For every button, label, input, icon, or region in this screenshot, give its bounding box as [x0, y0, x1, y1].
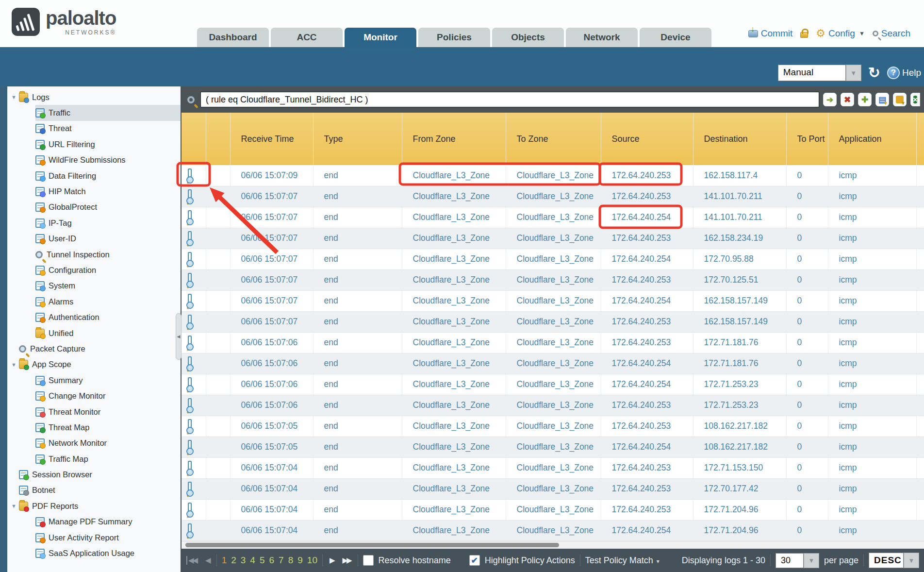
application-cell[interactable]: icmp — [828, 332, 916, 353]
log-detail-icon[interactable] — [188, 482, 192, 495]
sidebar-item-user-id[interactable]: User-ID — [35, 231, 181, 247]
receive-time-cell[interactable]: 06/06 15:07:06 — [230, 374, 313, 395]
tab-device[interactable]: Device — [640, 28, 711, 47]
column-header-type[interactable]: Type — [313, 113, 402, 165]
log-detail-icon[interactable] — [188, 440, 192, 454]
log-detail-icon[interactable] — [188, 210, 192, 224]
application-cell[interactable]: icmp — [828, 499, 916, 520]
receive-time-cell[interactable]: 06/06 15:07:04 — [230, 478, 313, 499]
tab-objects[interactable]: Objects — [492, 28, 564, 47]
sidebar-item-wildfire-submissions[interactable]: WildFire Submissions — [35, 152, 181, 168]
tab-dashboard[interactable]: Dashboard — [197, 28, 269, 47]
from-zone-cell[interactable]: Cloudflare_L3_Zone — [402, 165, 506, 186]
log-detail-icon[interactable] — [188, 315, 192, 328]
to-port-cell[interactable]: 0 — [786, 311, 828, 332]
source-cell[interactable]: 172.64.240.253 — [601, 395, 693, 416]
to-zone-cell[interactable]: Cloudflare_L3_Zone — [506, 416, 601, 437]
destination-cell[interactable]: 172.71.153.150 — [693, 457, 786, 478]
action-cell[interactable]: a — [916, 457, 924, 478]
destination-cell[interactable]: 172.70.177.42 — [693, 478, 786, 499]
sidebar-item-globalprotect[interactable]: GlobalProtect — [35, 200, 181, 215]
application-cell[interactable]: icmp — [828, 416, 916, 437]
receive-time-cell[interactable]: 06/06 15:07:04 — [230, 520, 313, 541]
to-zone-cell[interactable]: Cloudflare_L3_Zone — [506, 249, 601, 269]
type-cell[interactable]: end — [313, 478, 402, 499]
type-cell[interactable]: end — [313, 269, 402, 290]
to-zone-cell[interactable]: Cloudflare_L3_Zone — [506, 374, 601, 395]
to-port-cell[interactable]: 0 — [786, 269, 828, 290]
from-zone-cell[interactable]: Cloudflare_L3_Zone — [402, 416, 506, 437]
highlight-policy-actions-checkbox[interactable]: ✔ — [469, 555, 480, 566]
to-port-cell[interactable]: 0 — [786, 499, 828, 520]
receive-time-cell[interactable]: 06/06 15:07:06 — [230, 395, 313, 416]
to-zone-cell[interactable]: Cloudflare_L3_Zone — [506, 478, 601, 499]
search-button[interactable]: Search — [873, 28, 910, 39]
sidebar-item-user-activity-report[interactable]: User Activity Report — [35, 530, 181, 545]
source-cell[interactable]: 172.64.240.254 — [601, 353, 693, 374]
destination-cell[interactable]: 141.101.70.211 — [693, 186, 786, 207]
from-zone-cell[interactable]: Cloudflare_L3_Zone — [402, 353, 506, 374]
sidebar-item-alarms[interactable]: Alarms — [35, 294, 181, 309]
tab-monitor[interactable]: Monitor — [345, 28, 416, 47]
application-cell[interactable]: icmp — [828, 269, 916, 290]
log-row[interactable]: 06/06 15:07:04endCloudflare_L3_ZoneCloud… — [182, 520, 924, 541]
log-row[interactable]: 06/06 15:07:07endCloudflare_L3_ZoneCloud… — [182, 228, 924, 249]
destination-cell[interactable]: 162.158.157.149 — [693, 290, 786, 311]
to-port-cell[interactable]: 0 — [786, 332, 828, 353]
to-zone-cell[interactable]: Cloudflare_L3_Zone — [506, 353, 601, 374]
receive-time-cell[interactable]: 06/06 15:07:04 — [230, 457, 313, 478]
destination-cell[interactable]: 172.71.204.96 — [693, 520, 786, 541]
sidebar-item-change-monitor[interactable]: Change Monitor — [35, 388, 181, 404]
type-cell[interactable]: end — [313, 374, 402, 395]
log-row[interactable]: 06/06 15:07:04endCloudflare_L3_ZoneCloud… — [182, 457, 924, 478]
sidebar-item-system[interactable]: System — [35, 278, 181, 294]
receive-time-cell[interactable]: 06/06 15:07:07 — [230, 269, 313, 290]
to-zone-cell[interactable]: Cloudflare_L3_Zone — [506, 269, 601, 290]
from-zone-cell[interactable]: Cloudflare_L3_Zone — [402, 395, 506, 416]
destination-cell[interactable]: 172.71.181.76 — [693, 332, 786, 353]
to-zone-cell[interactable]: Cloudflare_L3_Zone — [506, 395, 601, 416]
log-row[interactable]: 06/06 15:07:07endCloudflare_L3_ZoneCloud… — [182, 290, 924, 311]
blank-cell[interactable] — [206, 457, 230, 478]
from-zone-cell[interactable]: Cloudflare_L3_Zone — [402, 457, 506, 478]
log-row[interactable]: 06/06 15:07:07endCloudflare_L3_ZoneCloud… — [182, 311, 924, 332]
blank-cell[interactable] — [206, 228, 230, 249]
column-header-a[interactable]: A — [916, 113, 924, 165]
blank-cell[interactable] — [206, 186, 230, 207]
destination-cell[interactable]: 162.158.157.149 — [693, 311, 786, 332]
clear-filter-button[interactable]: ✖ — [841, 93, 854, 106]
application-cell[interactable]: icmp — [828, 520, 916, 541]
destination-cell[interactable]: 162.158.234.19 — [693, 228, 786, 249]
destination-cell[interactable]: 172.70.125.51 — [693, 269, 786, 290]
page-number-2[interactable]: 2 — [231, 555, 236, 566]
action-cell[interactable]: a — [916, 332, 924, 353]
log-detail-icon[interactable] — [188, 336, 192, 349]
to-zone-cell[interactable]: Cloudflare_L3_Zone — [506, 207, 601, 228]
to-port-cell[interactable]: 0 — [786, 478, 828, 499]
to-zone-cell[interactable]: Cloudflare_L3_Zone — [506, 228, 601, 249]
type-cell[interactable]: end — [313, 207, 402, 228]
log-row[interactable]: 06/06 15:07:06endCloudflare_L3_ZoneCloud… — [182, 332, 924, 353]
log-row[interactable]: 06/06 15:07:04endCloudflare_L3_ZoneCloud… — [182, 499, 924, 520]
sort-order-select[interactable]: DESC ▼ — [869, 553, 919, 568]
source-cell[interactable]: 172.64.240.254 — [601, 207, 693, 228]
destination-cell[interactable]: 108.162.217.182 — [693, 416, 786, 437]
blank-cell[interactable] — [206, 499, 230, 520]
sidebar-item-traffic[interactable]: Traffic — [35, 105, 181, 120]
application-cell[interactable]: icmp — [828, 374, 916, 395]
column-header-blank[interactable] — [182, 113, 206, 165]
blank-cell[interactable] — [206, 478, 230, 499]
page-number-1[interactable]: 1 — [222, 555, 227, 566]
to-port-cell[interactable]: 0 — [786, 416, 828, 437]
type-cell[interactable]: end — [313, 290, 402, 311]
source-cell[interactable]: 172.64.240.253 — [601, 478, 693, 499]
to-port-cell[interactable]: 0 — [786, 457, 828, 478]
sidebar-item-tunnel-inspection[interactable]: Tunnel Inspection — [35, 247, 181, 262]
to-port-cell[interactable]: 0 — [786, 228, 828, 249]
page-number-3[interactable]: 3 — [241, 555, 246, 566]
log-detail-icon[interactable] — [188, 523, 192, 537]
sidebar-item-threat[interactable]: Threat — [35, 121, 181, 136]
type-cell[interactable]: end — [313, 332, 402, 353]
log-row[interactable]: 06/06 15:07:06endCloudflare_L3_ZoneCloud… — [182, 395, 924, 416]
action-cell[interactable]: a — [916, 478, 924, 499]
